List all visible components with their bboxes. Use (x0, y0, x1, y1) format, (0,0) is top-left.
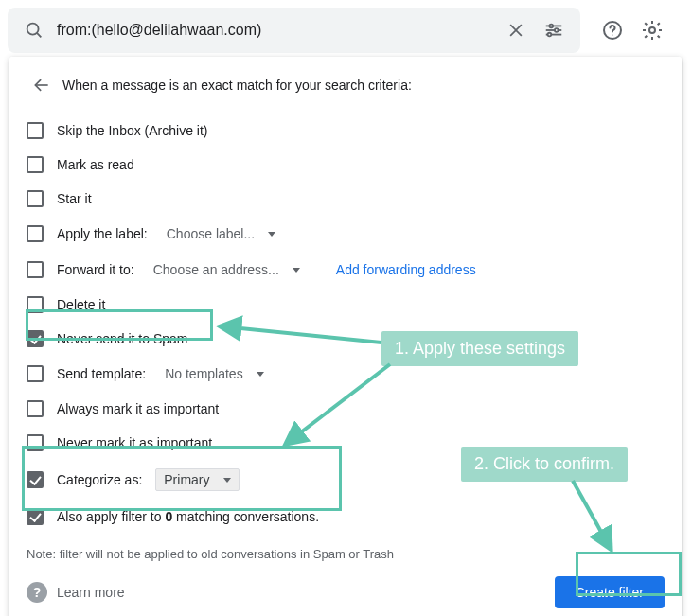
svg-point-9 (548, 33, 552, 37)
tune-icon[interactable] (535, 11, 573, 49)
chevron-down-icon (257, 372, 264, 377)
opt-label: Apply the label: (57, 226, 148, 241)
top-bar (0, 0, 692, 55)
back-icon[interactable] (27, 70, 57, 100)
opt-label: Star it (57, 191, 92, 206)
checkbox[interactable] (27, 156, 44, 173)
learn-more[interactable]: ? Learn more (27, 582, 125, 603)
opt-label: Always mark it as important (57, 401, 219, 416)
opt-apply-label[interactable]: Apply the label: Choose label... (27, 216, 665, 252)
opt-label: Mark as read (57, 157, 134, 172)
opt-always-important[interactable]: Always mark it as important (27, 392, 665, 426)
opt-label: Skip the Inbox (Archive it) (57, 123, 208, 138)
search-icon (15, 11, 53, 49)
svg-point-11 (612, 34, 612, 35)
svg-point-0 (27, 24, 39, 35)
chevron-down-icon (223, 478, 231, 483)
checkbox[interactable] (27, 330, 44, 347)
checkbox[interactable] (27, 471, 44, 488)
checkbox[interactable] (27, 365, 44, 382)
svg-point-5 (549, 25, 553, 28)
checkbox[interactable] (27, 122, 44, 139)
help-icon[interactable] (594, 11, 631, 49)
opt-label: Never mark it as important (57, 435, 212, 450)
opt-label: Also apply filter to 0 matching conversa… (57, 509, 319, 524)
opt-forward[interactable]: Forward it to: Choose an address... Add … (27, 252, 665, 288)
topbar-actions (594, 11, 684, 49)
opt-apply-existing[interactable]: Also apply filter to 0 matching conversa… (27, 500, 665, 534)
opt-skip-inbox[interactable]: Skip the Inbox (Archive it) (27, 114, 665, 148)
select-value: No templates (165, 366, 242, 381)
checkbox[interactable] (27, 508, 44, 525)
opt-label: Categorize as: (57, 472, 142, 487)
opt-delete[interactable]: Delete it (27, 288, 665, 322)
annotation-step2: 2. Click to confirm. (461, 447, 628, 482)
panel-note: Note: filter will not be applied to old … (27, 534, 665, 569)
panel-footer: ? Learn more Create filter (27, 569, 665, 608)
select-value: Choose label... (167, 226, 255, 241)
checkbox[interactable] (27, 296, 44, 313)
checkbox[interactable] (27, 225, 44, 242)
checkbox[interactable] (27, 261, 44, 278)
opt-label: Send template: (57, 366, 146, 381)
filter-panel: When a message is an exact match for you… (9, 57, 682, 616)
checkbox[interactable] (27, 190, 44, 207)
template-select[interactable]: No templates (159, 364, 269, 383)
opt-mark-read[interactable]: Mark as read (27, 148, 665, 182)
learn-more-label: Learn more (57, 585, 125, 600)
add-forwarding-link[interactable]: Add forwarding address (336, 262, 476, 277)
category-select[interactable]: Primary (155, 468, 239, 491)
checkbox[interactable] (27, 434, 44, 451)
panel-heading: When a message is an exact match for you… (62, 78, 412, 93)
label-select[interactable]: Choose label... (161, 224, 281, 243)
chevron-down-icon (293, 268, 300, 273)
help-filled-icon: ? (27, 582, 47, 603)
svg-point-7 (555, 28, 559, 32)
select-value: Choose an address... (153, 262, 279, 277)
panel-header: When a message is an exact match for you… (27, 70, 665, 108)
opt-label: Delete it (57, 297, 105, 312)
create-filter-button[interactable]: Create filter (555, 576, 665, 608)
opt-label: Forward it to: (57, 262, 134, 277)
opt-star[interactable]: Star it (27, 182, 665, 216)
match-count: 0 (165, 509, 172, 524)
svg-point-12 (649, 27, 655, 33)
clear-icon[interactable] (497, 11, 535, 49)
svg-line-1 (37, 33, 41, 37)
annotation-step1: 1. Apply these settings (381, 331, 578, 366)
chevron-down-icon (268, 232, 275, 237)
search-input[interactable] (53, 22, 497, 39)
select-value: Primary (164, 472, 209, 487)
forward-select[interactable]: Choose an address... (148, 260, 306, 279)
checkbox[interactable] (27, 400, 44, 417)
search-field-wrap[interactable] (8, 8, 580, 53)
opt-label: Never send it to Spam (57, 331, 188, 346)
gear-icon[interactable] (633, 11, 671, 49)
